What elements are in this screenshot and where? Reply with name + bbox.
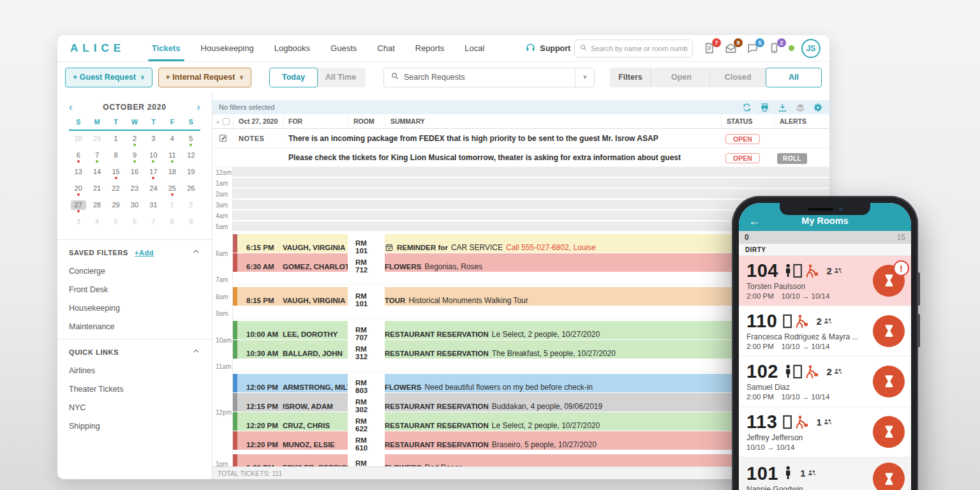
hourglass-button[interactable]	[873, 315, 905, 347]
calendar-day[interactable]: 19	[182, 165, 200, 182]
tab-tickets[interactable]: Tickets	[152, 35, 181, 61]
tab-guests[interactable]: Guests	[330, 35, 357, 61]
calendar-day[interactable]: 6	[125, 215, 144, 232]
calendar-day[interactable]: 31	[144, 198, 163, 215]
download-icon[interactable]	[778, 103, 787, 112]
calendar-next-icon[interactable]: ›	[197, 101, 200, 112]
tab-reports[interactable]: Reports	[415, 35, 445, 61]
user-avatar[interactable]: JS	[801, 39, 820, 58]
calendar-day[interactable]: 11	[163, 149, 181, 165]
room-row-110[interactable]: 1102Francesca Rodriguez & Mayra ...2:00 …	[739, 306, 911, 357]
internal-request-button[interactable]: + Internal Request∨	[158, 68, 251, 87]
layers-icon[interactable]	[796, 103, 805, 112]
calendar-day[interactable]: 6	[69, 149, 87, 165]
calendar-day[interactable]: 5	[182, 132, 200, 149]
open-filter-button[interactable]: Open	[653, 68, 709, 87]
note-row[interactable]: Please check the tickets for King Lion M…	[212, 148, 829, 167]
guest-request-button[interactable]: + Guest Request∨	[65, 68, 152, 87]
calendar-day[interactable]: 30	[125, 198, 144, 215]
guest-search[interactable]	[574, 40, 693, 57]
quick-link-nyc[interactable]: NYC	[69, 403, 200, 412]
column-alerts[interactable]: ALERTS	[774, 114, 829, 128]
calendar-day[interactable]: 29	[87, 132, 106, 149]
calendar-day[interactable]: 13	[69, 165, 87, 182]
search-dropdown-caret[interactable]: ▼	[575, 68, 594, 87]
calendar-day[interactable]: 4	[163, 132, 181, 149]
chat-icon[interactable]: 5	[746, 42, 759, 55]
calendar-day[interactable]: 12	[182, 149, 200, 165]
open-status-badge[interactable]: OPEN	[725, 134, 760, 144]
quick-link-airlines[interactable]: Airlines	[69, 366, 200, 375]
guest-search-input[interactable]	[591, 45, 688, 52]
saved-filter-maintenance[interactable]: Maintenance	[69, 322, 200, 331]
calendar-day[interactable]: 8	[107, 149, 125, 165]
calendar-prev-icon[interactable]: ‹	[69, 101, 73, 112]
calendar-day[interactable]: 1	[107, 132, 125, 149]
calendar-day[interactable]: 3	[144, 132, 163, 149]
calendar-day[interactable]: 27	[69, 198, 87, 215]
tab-local[interactable]: Local	[464, 35, 484, 61]
note-row[interactable]: NOTESThere is an incoming package from F…	[212, 129, 829, 148]
calendar-day[interactable]: 2	[125, 132, 144, 149]
room-row-113[interactable]: 1131Jeffrey Jefferson10/10 → 10/14	[739, 407, 911, 457]
hourglass-button[interactable]: !	[873, 265, 905, 297]
tab-housekeeping[interactable]: Housekeeping	[201, 35, 254, 61]
gear-icon[interactable]	[813, 103, 823, 112]
calendar-day[interactable]: 23	[125, 182, 144, 198]
column-date[interactable]: Oct 27, 2020	[233, 114, 283, 128]
room-row-102[interactable]: 1022Samuel Diaz2:00 PM10/10 → 10/14	[739, 357, 911, 407]
saved-filter-concierge[interactable]: Concierge	[69, 267, 200, 276]
sort-icon[interactable]: ▲	[216, 119, 220, 124]
quick-link-shipping[interactable]: Shipping	[69, 422, 200, 431]
chevron-up-icon[interactable]	[192, 347, 200, 357]
calendar-day[interactable]: 16	[125, 165, 144, 182]
calendar-day[interactable]: 28	[69, 132, 87, 149]
calendar-day[interactable]: 28	[87, 198, 106, 215]
column-status[interactable]: STATUS	[721, 114, 774, 128]
sync-icon[interactable]	[742, 103, 752, 112]
saved-filter-housekeeping[interactable]: Housekeeping	[69, 304, 200, 313]
calendar-day[interactable]: 21	[87, 182, 106, 198]
hourglass-button[interactable]	[873, 416, 905, 448]
back-arrow-icon[interactable]: ←	[748, 215, 761, 227]
hourglass-button[interactable]	[873, 366, 905, 397]
filters-button[interactable]: Filters ▼	[610, 68, 653, 87]
doc-icon[interactable]: 7	[703, 42, 716, 55]
add-filter-link[interactable]: +Add	[135, 249, 154, 256]
calendar-day[interactable]: 1	[163, 198, 181, 215]
calendar-day[interactable]: 18	[163, 165, 181, 182]
calendar-day[interactable]: 8	[163, 215, 181, 232]
calendar-day[interactable]: 24	[144, 182, 163, 198]
request-search-input[interactable]	[404, 73, 570, 82]
calendar-day[interactable]: 10	[144, 149, 163, 165]
all-filter-button[interactable]: All	[766, 68, 822, 87]
room-row-101[interactable]: 1011Nannie Goodwin	[739, 457, 911, 490]
envelope-icon[interactable]: 9	[725, 42, 738, 55]
select-all-checkbox[interactable]	[223, 118, 230, 125]
column-for[interactable]: FOR	[283, 114, 348, 128]
column-summary[interactable]: SUMMARY	[385, 114, 721, 128]
saved-filter-front-desk[interactable]: Front Desk	[69, 285, 200, 294]
hourglass-button[interactable]	[873, 463, 905, 490]
calendar-day[interactable]: 4	[87, 215, 106, 232]
today-button[interactable]: Today	[269, 68, 318, 87]
calendar-day[interactable]: 20	[69, 182, 87, 198]
room-row-104[interactable]: 1042Torsten Paulsson2:00 PM10/10 → 10/14…	[739, 256, 911, 306]
calendar-day[interactable]: 9	[125, 149, 144, 165]
calendar-day[interactable]: 5	[107, 215, 125, 232]
calendar-day[interactable]: 2	[182, 198, 200, 215]
chevron-up-icon[interactable]	[192, 248, 200, 257]
open-status-badge[interactable]: OPEN	[725, 153, 760, 163]
phone-icon[interactable]: 2	[768, 42, 781, 55]
tab-logbooks[interactable]: Logbooks	[274, 35, 310, 61]
quick-link-theater-tickets[interactable]: Theater Tickets	[69, 385, 200, 394]
calendar-day[interactable]: 9	[182, 215, 200, 232]
all-time-button[interactable]: All Time	[316, 68, 366, 87]
print-icon[interactable]	[760, 103, 769, 112]
support-button[interactable]: Support	[525, 42, 570, 55]
calendar-day[interactable]: 14	[87, 165, 106, 182]
calendar-day[interactable]: 7	[144, 215, 163, 232]
request-search[interactable]: ▼	[383, 68, 595, 87]
tab-chat[interactable]: Chat	[377, 35, 394, 61]
column-room[interactable]: ROOM	[348, 114, 385, 128]
